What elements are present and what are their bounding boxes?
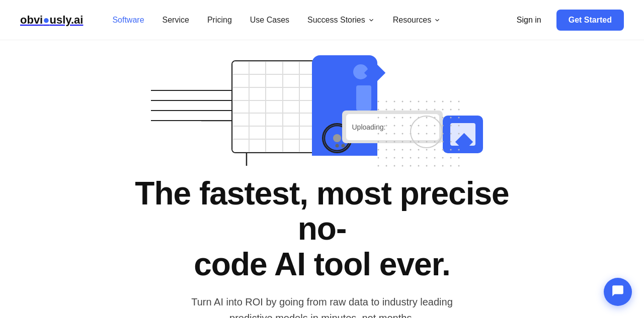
nav-link-resources[interactable]: Resources: [384, 16, 450, 25]
nav-link-use-cases[interactable]: Use Cases: [241, 16, 298, 25]
chat-icon: [611, 284, 624, 299]
hero-subtitle: Turn AI into ROI by going from raw data …: [186, 294, 458, 318]
hero-section: Uploading: The fastest, most precise no-…: [0, 40, 644, 318]
nav-links: Software Service Pricing Use Cases Succe…: [103, 16, 507, 25]
navbar: obvi●usly.ai Software Service Pricing Us…: [0, 0, 644, 40]
nav-link-pricing[interactable]: Pricing: [198, 16, 241, 25]
sign-in-button[interactable]: Sign in: [508, 11, 550, 30]
hero-illustration: Uploading:: [146, 50, 498, 161]
hero-title: The fastest, most precise no-code AI too…: [116, 176, 528, 282]
logo-text: obvi●usly.ai: [20, 14, 83, 27]
spreadsheet-block: [231, 60, 317, 153]
logo[interactable]: obvi●usly.ai: [20, 14, 103, 27]
circle-outline: [410, 116, 443, 148]
get-started-nav-button[interactable]: Get Started: [556, 10, 624, 31]
svg-point-5: [333, 134, 341, 142]
nav-actions: Sign in Get Started: [508, 10, 624, 31]
nav-link-success-stories[interactable]: Success Stories: [298, 16, 384, 25]
chat-widget[interactable]: [604, 278, 632, 306]
svg-point-6: [336, 144, 339, 148]
nav-link-service[interactable]: Service: [153, 16, 198, 25]
svg-point-7: [342, 144, 345, 148]
nav-link-software[interactable]: Software: [103, 16, 153, 25]
